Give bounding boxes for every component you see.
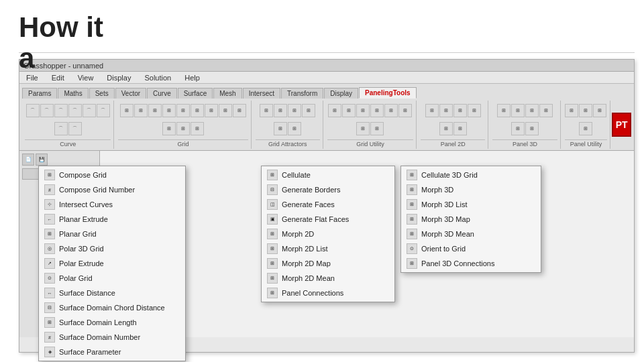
menu-view[interactable]: View (75, 73, 97, 82)
grid-icon-8[interactable]: ⊞ (219, 104, 232, 117)
utility-icon-4[interactable]: ⊞ (370, 104, 384, 117)
grid-item-surface-param[interactable]: ◈ Surface Parameter (39, 345, 185, 359)
attractor-icon-6[interactable]: ⊞ (288, 122, 301, 135)
panel3d-icon-6[interactable]: ⊞ (525, 122, 539, 135)
curve-icon-1[interactable]: ⌒ (26, 104, 40, 117)
tab-intersect[interactable]: Intersect (243, 88, 280, 99)
grid-icon-12[interactable]: ⊞ (191, 122, 204, 135)
tab-display[interactable]: Display (324, 88, 358, 99)
tab-surface[interactable]: Surface (178, 88, 213, 99)
menu-edit[interactable]: Edit (49, 73, 67, 82)
tab-params[interactable]: Params (22, 88, 57, 99)
panel2d-icon-1[interactable]: ⊞ (425, 104, 439, 117)
grid-icon-7[interactable]: ⊞ (205, 104, 218, 117)
tab-sets[interactable]: Sets (89, 88, 115, 99)
grid-item-intersect-curves[interactable]: ⊹ Intersect Curves (39, 197, 185, 212)
panel3d-item-morph3d-list[interactable]: ⊞ Morph 3D List (401, 197, 541, 212)
utility-icon-6[interactable]: ⊞ (398, 104, 412, 117)
panel2d-icon-5[interactable]: ⊞ (439, 122, 453, 135)
grid-icon-3[interactable]: ⊞ (148, 104, 162, 117)
panel2d-icon-3[interactable]: ⊞ (453, 104, 467, 117)
panel2d-icon-2[interactable]: ⊞ (439, 104, 453, 117)
attractor-icon-2[interactable]: ⊞ (274, 104, 287, 117)
panel2d-item-connections[interactable]: ⊞ Panel Connections (262, 286, 394, 300)
grid-item-surface-distance[interactable]: ↔ Surface Distance (39, 286, 185, 300)
curve-icon-2[interactable]: ⌒ (40, 104, 54, 117)
grid-icon-5[interactable]: ⊞ (176, 104, 190, 117)
sidebar-icon-1[interactable]: 📄 (22, 154, 34, 166)
panel3d-icon-4[interactable]: ⊞ (539, 104, 553, 117)
curve-icon-3[interactable]: ⌒ (54, 104, 68, 117)
grid-icon-2[interactable]: ⊞ (134, 104, 148, 117)
utility-icon-3[interactable]: ⊞ (356, 104, 370, 117)
panel2d-item-borders[interactable]: ⊟ Generate Borders (262, 182, 394, 197)
tab-transform[interactable]: Transform (281, 88, 323, 99)
menu-solution[interactable]: Solution (142, 73, 174, 82)
panel2d-item-morph2d[interactable]: ⊞ Morph 2D (262, 227, 394, 241)
grid-icons: ⊞ ⊞ ⊞ ⊞ ⊞ ⊞ ⊞ ⊞ ⊞ ⊞ ⊞ ⊞ (118, 102, 248, 138)
grid-icon-9[interactable]: ⊞ (233, 104, 246, 117)
panel2d-item-faces[interactable]: ◫ Generate Faces (262, 197, 394, 212)
utility-icon-2[interactable]: ⊞ (342, 104, 356, 117)
curve-icon-7[interactable]: ⌒ (54, 122, 68, 135)
panel-utility-icon-1[interactable]: ⊞ (565, 104, 578, 117)
panel2d-item-flat-faces[interactable]: ▣ Generate Flat Faces (262, 212, 394, 227)
utility-icon-7[interactable]: ⊞ (356, 122, 370, 135)
utility-icon-1[interactable]: ⊞ (328, 104, 341, 117)
attractor-icon-4[interactable]: ⊞ (302, 104, 315, 117)
pt-icon[interactable]: PT (612, 113, 631, 137)
curve-icon-4[interactable]: ⌒ (68, 104, 82, 117)
panel3d-icon-2[interactable]: ⊞ (511, 104, 525, 117)
panel3d-icon-3[interactable]: ⊞ (525, 104, 539, 117)
attractor-icon-5[interactable]: ⊞ (274, 122, 287, 135)
menu-file[interactable]: File (23, 73, 41, 82)
tab-curve[interactable]: Curve (147, 88, 177, 99)
grid-item-compose-grid[interactable]: ⊞ Compose Grid (39, 168, 185, 182)
panel2d-icon-4[interactable]: ⊞ (468, 104, 481, 117)
attractor-icon-3[interactable]: ⊞ (288, 104, 301, 117)
panel-utility-icon-2[interactable]: ⊞ (579, 104, 592, 117)
grid-item-surface-chord[interactable]: ⊟ Surface Domain Chord Distance (39, 300, 185, 315)
panel3d-icon-5[interactable]: ⊞ (511, 122, 525, 135)
panel-utility-icon-3[interactable]: ⊞ (593, 104, 606, 117)
panel2d-icon-6[interactable]: ⊞ (453, 122, 467, 135)
grid-icon-6[interactable]: ⊞ (191, 104, 204, 117)
grid-item-polar-grid[interactable]: ⊙ Polar Grid (39, 271, 185, 286)
panel2d-item-cellulate[interactable]: ⊞ Cellulate (262, 168, 394, 182)
panel3d-item-morph3d-map[interactable]: ⊞ Morph 3D Map (401, 212, 541, 227)
attractor-icon-1[interactable]: ⊞ (260, 104, 273, 117)
panel2d-item-morph2d-map[interactable]: ⊞ Morph 2D Map (262, 256, 394, 271)
grid-icon-11[interactable]: ⊞ (176, 122, 190, 135)
menu-help[interactable]: Help (182, 73, 203, 82)
grid-item-planar-extrude[interactable]: ← Planar Extrude (39, 212, 185, 227)
sidebar-icon-2[interactable]: 💾 (36, 154, 48, 166)
tab-maths[interactable]: Maths (58, 88, 88, 99)
curve-icon-6[interactable]: ⌒ (97, 104, 110, 117)
curve-icon-8[interactable]: ⌒ (68, 122, 82, 135)
curve-icon-5[interactable]: ⌒ (83, 104, 96, 117)
panel2d-item-morph2d-mean[interactable]: ⊞ Morph 2D Mean (262, 271, 394, 286)
panel3d-item-morph3d[interactable]: ⊞ Morph 3D (401, 182, 541, 197)
panel3d-item-connections[interactable]: ⊞ Panel 3D Connections (401, 256, 541, 271)
panel3d-item-cellulate-3d[interactable]: ⊞ Cellulate 3D Grid (401, 168, 541, 182)
grid-item-surface-length[interactable]: ⊞ Surface Domain Length (39, 315, 185, 330)
panel3d-item-morph3d-mean[interactable]: ⊞ Morph 3D Mean (401, 227, 541, 241)
tab-mesh[interactable]: Mesh (213, 88, 241, 99)
grid-item-compose-grid-number[interactable]: # Compose Grid Number (39, 182, 185, 197)
grid-item-polar-3d[interactable]: ◎ Polar 3D Grid (39, 241, 185, 256)
utility-icon-5[interactable]: ⊞ (384, 104, 398, 117)
grid-icon-4[interactable]: ⊞ (162, 104, 176, 117)
panel-utility-icon-4[interactable]: ⊞ (579, 122, 592, 135)
grid-item-planar-grid[interactable]: ⊞ Planar Grid (39, 227, 185, 241)
grid-icon-1[interactable]: ⊞ (120, 104, 133, 117)
grid-item-polar-extrude[interactable]: ↗ Polar Extrude (39, 256, 185, 271)
utility-icon-8[interactable]: ⊞ (370, 122, 384, 135)
panel2d-item-morph2d-list[interactable]: ⊞ Morph 2D List (262, 241, 394, 256)
tab-panelingtools[interactable]: PanelingTools (359, 87, 417, 99)
panel3d-icon-1[interactable]: ⊞ (497, 104, 511, 117)
grid-item-surface-number[interactable]: # Surface Domain Number (39, 330, 185, 345)
tab-vector[interactable]: Vector (115, 88, 146, 99)
panel3d-item-orient-to-grid[interactable]: ⊙ Orient to Grid (401, 241, 541, 256)
grid-icon-10[interactable]: ⊞ (162, 122, 176, 135)
menu-display[interactable]: Display (104, 73, 133, 82)
